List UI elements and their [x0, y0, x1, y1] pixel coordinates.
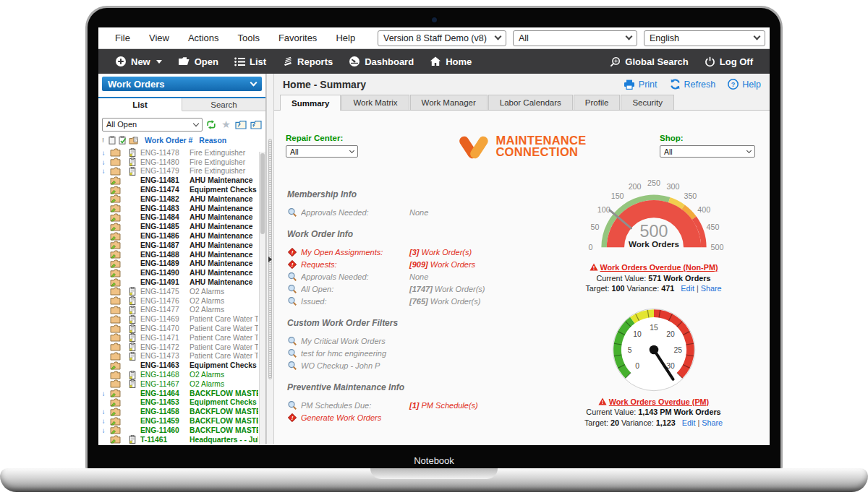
- refresh-button[interactable]: Refresh: [670, 79, 716, 90]
- log-off-button[interactable]: Log Off: [697, 56, 761, 67]
- edit-link[interactable]: Edit: [681, 284, 694, 293]
- work-order-row[interactable]: ↓ ENG-11476 O2 Alarms: [100, 296, 258, 306]
- work-order-row[interactable]: ↓ ENG-11490 AHU Maintenance: [100, 268, 258, 277]
- collapse-arrow-icon[interactable]: [268, 257, 272, 262]
- work-order-row[interactable]: ↓ ENG-11478 Fire Extinguisher: [100, 148, 258, 158]
- tab-list[interactable]: List: [98, 98, 182, 111]
- share-link[interactable]: Share: [702, 418, 723, 427]
- clipboard-icon[interactable]: [106, 136, 117, 145]
- work-order-row[interactable]: ↓ ENG-11464 BACKFLOW MASTER: [100, 389, 258, 398]
- work-order-row[interactable]: ↓ ENG-11487 AHU Maintenance: [100, 241, 258, 250]
- svg-text:Work Orders: Work Orders: [628, 239, 678, 249]
- tab-profile[interactable]: Profile: [574, 95, 621, 110]
- plus-circle-icon: [115, 56, 127, 67]
- tab-work-manager[interactable]: Work Manager: [410, 95, 488, 110]
- work-order-row[interactable]: ↓ ENG-11474 Equipment Checks: [100, 185, 258, 194]
- sidebar-splitter[interactable]: [266, 74, 274, 444]
- summary-item[interactable]: ! WO Checkup - John P: [287, 359, 542, 371]
- work-order-row[interactable]: ↓ ENG-11473 Patient Care Water Tem: [100, 352, 258, 361]
- summary-item[interactable]: ! PM Schedules Due: [1] PM Schedule(s): [287, 399, 542, 411]
- gauge-title-link[interactable]: Work Orders Overdue (Non-PM): [600, 263, 718, 272]
- work-order-row[interactable]: ↓ T-11461 Headquarters - - Jul ..: [100, 435, 258, 444]
- work-order-row[interactable]: ↓ ENG-11482 AHU Maintenance: [100, 194, 258, 204]
- folder-doc-icon[interactable]: [128, 137, 139, 145]
- section-preventive-maintenance: Preventive Maintenance Info: [287, 382, 542, 392]
- summary-item[interactable]: ! Approvals Needed: None: [287, 270, 542, 283]
- clipboard-check-icon[interactable]: [117, 136, 128, 145]
- reports-button[interactable]: Reports: [274, 56, 341, 67]
- work-order-row[interactable]: ↓ ENG-11488 AHU Maintenance: [100, 250, 258, 259]
- work-order-row[interactable]: ↓ ENG-11459 BACKFLOW MASTER: [100, 416, 258, 426]
- work-order-row[interactable]: ↓ ENG-11477 O2 Alarms: [100, 306, 258, 315]
- global-search-button[interactable]: Global Search: [602, 56, 696, 67]
- sidebar-scrollbar[interactable]: [259, 152, 265, 444]
- work-order-row[interactable]: ↓ ENG-11485 AHU Maintenance: [100, 222, 258, 231]
- work-order-row[interactable]: ↓ ENG-11479 Fire Extinguisher: [100, 167, 258, 176]
- tab-search[interactable]: Search: [182, 98, 265, 111]
- work-order-row[interactable]: ↓ ENG-11471 Patient Care Water Tem: [100, 333, 258, 343]
- work-order-row[interactable]: ↓ ENG-11480 Fire Extinguisher: [100, 158, 258, 167]
- work-order-row[interactable]: ↓ ENG-11483 AHU Maintenance: [100, 204, 258, 213]
- module-selector[interactable]: Work Orders: [102, 77, 262, 91]
- summary-item[interactable]: ! Generate Work Orders: [287, 411, 542, 423]
- favorite-star-icon[interactable]: ★: [221, 119, 231, 130]
- new-button[interactable]: New: [107, 56, 170, 67]
- summary-item[interactable]: ! Requests: [909] Work Orders: [287, 258, 542, 270]
- menu-view[interactable]: View: [140, 33, 179, 43]
- work-order-row[interactable]: ↓ ENG-11458 BACKFLOW MASTER: [100, 407, 258, 416]
- summary-item[interactable]: ! Approvals Needed: None: [287, 206, 542, 218]
- work-order-row[interactable]: ↓ ENG-11468 O2 Alarms: [100, 370, 258, 379]
- load-filter-folder-icon[interactable]: [250, 119, 262, 130]
- work-order-row[interactable]: ↓ ENG-11463 Equipment Checks: [100, 361, 258, 370]
- work-order-row[interactable]: ↓ ENG-11486 AHU Maintenance: [100, 231, 258, 241]
- repair-center-select[interactable]: All: [286, 145, 358, 158]
- priority-flag-icon[interactable]: !: [100, 137, 106, 144]
- menu-actions[interactable]: Actions: [179, 33, 229, 43]
- work-order-row[interactable]: ↓ ENG-11491 AHU Maintenance: [100, 277, 258, 287]
- tab-summary[interactable]: Summary: [280, 95, 341, 111]
- menu-help[interactable]: Help: [326, 33, 365, 43]
- menu-tools[interactable]: Tools: [229, 33, 269, 43]
- work-order-row[interactable]: ↓ ENG-11470 Patient Care Water Tem: [100, 324, 258, 333]
- work-order-row[interactable]: ↓ ENG-11472 Patient Care Water Tem: [100, 343, 258, 352]
- summary-item[interactable]: ! Issued: [765] Work Order(s): [287, 295, 542, 307]
- column-work-order[interactable]: Work Order #: [145, 136, 192, 145]
- language-select[interactable]: English: [644, 30, 765, 46]
- tab-labor-calendars[interactable]: Labor Calendars: [488, 95, 573, 110]
- summary-item[interactable]: ! My Open Assignments: [3] Work Order(s): [287, 246, 542, 258]
- home-button[interactable]: Home: [422, 56, 480, 67]
- tab-security[interactable]: Security: [621, 95, 674, 110]
- shop-select[interactable]: All: [660, 145, 755, 158]
- filter-select[interactable]: All Open: [102, 118, 203, 132]
- edit-link[interactable]: Edit: [682, 418, 696, 427]
- scrollbar-thumb[interactable]: [260, 153, 265, 234]
- menu-favorites[interactable]: Favorites: [269, 33, 326, 43]
- work-order-row[interactable]: ↓ ENG-11481 AHU Maintenance: [100, 176, 258, 185]
- save-filter-folder-icon[interactable]: [235, 119, 247, 130]
- work-order-row[interactable]: ↓ ENG-11475 O2 Alarms: [100, 287, 258, 296]
- chevron-down-icon: [495, 33, 502, 40]
- summary-item[interactable]: ! All Open: [1747] Work Order(s): [287, 283, 542, 295]
- help-button[interactable]: ? Help: [728, 79, 761, 90]
- gauge-title-link[interactable]: Work Orders Overdue (PM): [609, 397, 709, 406]
- work-order-row[interactable]: ↓ ENG-11484 AHU Maintenance: [100, 213, 258, 223]
- work-order-row[interactable]: ↓ ENG-11460 BACKFLOW MASTER: [100, 426, 258, 435]
- share-link[interactable]: Share: [701, 284, 722, 293]
- work-order-row[interactable]: ↓ ENG-11453 Equipment Checks: [100, 398, 258, 408]
- summary-item[interactable]: ! My Critical Work Orders: [287, 335, 542, 347]
- refresh-list-icon[interactable]: [206, 119, 217, 130]
- gauge-caption-pm: ! Work Orders Overdue (PM) Current Value…: [584, 397, 723, 429]
- work-order-row[interactable]: ↓ ENG-11489 AHU Maintenance: [100, 259, 258, 269]
- menu-file[interactable]: File: [106, 33, 140, 43]
- scope-select[interactable]: All: [513, 30, 637, 46]
- version-select[interactable]: Version 8 Staff Demo (v8): [378, 30, 506, 46]
- list-button[interactable]: List: [226, 56, 274, 67]
- open-button[interactable]: Open: [170, 56, 226, 67]
- work-order-row[interactable]: ↓ ENG-11467 O2 Alarms: [100, 379, 258, 389]
- tab-work-matrix[interactable]: Work Matrix: [341, 95, 409, 110]
- column-reason[interactable]: Reason: [199, 136, 226, 145]
- print-button[interactable]: Print: [624, 79, 658, 90]
- work-order-row[interactable]: ↓ ENG-11469 Patient Care Water Tem: [100, 314, 258, 324]
- dashboard-button[interactable]: Dashboard: [341, 56, 422, 67]
- summary-item[interactable]: ! test for hmc engineering: [287, 347, 542, 359]
